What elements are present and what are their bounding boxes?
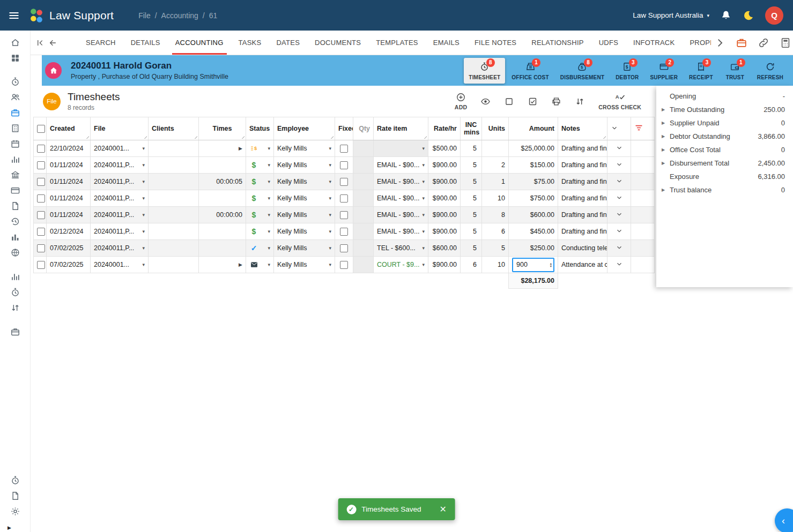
action-supplier[interactable]: 2SUPPLIER [645, 58, 683, 84]
dropdown-icon[interactable]: ▾ [422, 262, 425, 267]
dropdown-icon[interactable]: ▾ [329, 245, 331, 251]
dropdown-icon[interactable]: ▾ [329, 262, 331, 267]
sidebar-item-bar-chart[interactable] [0, 152, 31, 167]
back-arrow-icon[interactable] [48, 37, 58, 49]
dropdown-icon[interactable]: ▾ [329, 179, 331, 184]
dropdown-icon[interactable]: ▾ [422, 229, 425, 234]
row-checkbox[interactable] [37, 228, 45, 236]
tab-udfs[interactable]: UDFS [591, 31, 626, 55]
row-expand-icon[interactable] [616, 244, 623, 251]
dropdown-icon[interactable]: ▾ [268, 245, 270, 251]
play-icon[interactable]: ▶ [239, 262, 242, 267]
dropdown-icon[interactable]: ▾ [142, 196, 145, 201]
row-checkbox[interactable] [37, 161, 45, 169]
dropdown-icon[interactable]: ▾ [329, 212, 331, 218]
fixed-checkbox[interactable] [340, 211, 348, 219]
tabs-scroll-right-icon[interactable] [714, 37, 725, 49]
summary-row-debtor-outstanding[interactable]: ▶Debtor Outstanding3,866.00 [656, 130, 793, 143]
summary-row-trust-balance[interactable]: ▶Trust balance0 [656, 183, 793, 197]
dropdown-icon[interactable]: ▾ [422, 245, 425, 251]
tab-dates[interactable]: DATES [269, 31, 307, 55]
tab-documents[interactable]: DOCUMENTS [307, 31, 368, 55]
fixed-checkbox[interactable] [340, 145, 348, 153]
dropdown-icon[interactable]: ▾ [268, 196, 270, 201]
row-expand-icon[interactable] [616, 260, 623, 268]
col-rate-hr[interactable]: Rate/hr [428, 117, 461, 140]
row-expand-icon[interactable] [616, 211, 623, 218]
toast-close-icon[interactable]: ✕ [439, 504, 446, 514]
sidebar-item-bank[interactable] [0, 167, 31, 183]
action-receipt[interactable]: 3RECEIPT [684, 58, 718, 84]
col-status[interactable]: Status [246, 117, 274, 140]
col-created[interactable]: Created [47, 117, 91, 140]
fixed-checkbox[interactable] [340, 261, 348, 269]
dropdown-icon[interactable]: ▾ [329, 196, 331, 201]
tab-emails[interactable]: EMAILS [426, 31, 467, 55]
sidebar-item-people[interactable] [0, 89, 31, 105]
dropdown-icon[interactable]: ▾ [142, 212, 145, 218]
notifications-bell-icon[interactable] [720, 10, 732, 21]
summary-row-office-cost-total[interactable]: ▶Office Cost Total0 [656, 143, 793, 156]
row-expand-icon[interactable] [616, 194, 623, 201]
select-all-checkbox[interactable] [37, 125, 45, 133]
fixed-checkbox[interactable] [340, 161, 348, 169]
dropdown-icon[interactable]: ▾ [142, 229, 145, 234]
dropdown-icon[interactable]: ▾ [268, 212, 270, 218]
col-employee[interactable]: Employee [274, 117, 335, 140]
dropdown-icon[interactable]: ▾ [329, 162, 331, 168]
action-refresh[interactable]: REFRESH [752, 58, 788, 84]
dropdown-icon[interactable]: ▾ [268, 262, 270, 267]
sidebar-item-stopwatch[interactable] [0, 74, 31, 89]
dropdown-icon[interactable]: ▾ [142, 146, 145, 151]
breadcrumb-item-file[interactable]: File [138, 11, 151, 20]
summary-row-supplier-unpaid[interactable]: ▶Supplier Unpaid0 [656, 116, 793, 130]
dropdown-icon[interactable]: ▾ [268, 146, 270, 151]
tab-templates[interactable]: TEMPLATES [368, 31, 426, 55]
filter-icon[interactable] [634, 123, 643, 132]
fixed-checkbox[interactable] [340, 244, 348, 252]
play-icon[interactable]: ▶ [239, 146, 242, 151]
calculator-icon[interactable] [780, 37, 791, 49]
sidebar-item-matters[interactable] [0, 105, 31, 121]
first-page-icon[interactable] [35, 37, 45, 49]
sort-arrows-icon[interactable] [575, 96, 585, 107]
row-checkbox[interactable] [37, 178, 45, 186]
action-disbursement[interactable]: $8DISBURSEMENT [555, 58, 609, 84]
matter-briefcase-icon[interactable] [736, 37, 747, 49]
row-checkbox[interactable] [37, 244, 45, 252]
sidebar-scroll-arrow-icon[interactable]: ▶ [8, 525, 11, 530]
col-file[interactable]: File [91, 117, 149, 140]
dropdown-icon[interactable]: ▾ [329, 146, 331, 151]
fixed-checkbox[interactable] [340, 178, 348, 186]
row-checkbox[interactable] [37, 261, 45, 269]
fixed-checkbox[interactable] [340, 228, 348, 236]
dropdown-icon[interactable]: ▾ [142, 162, 145, 168]
sidebar-item-home[interactable] [0, 35, 31, 50]
preview-eye-icon[interactable] [480, 96, 491, 107]
tab-details[interactable]: DETAILS [123, 31, 168, 55]
sidebar-item-history[interactable] [0, 214, 31, 229]
expand-arrow-icon[interactable]: ▶ [662, 107, 670, 112]
action-trust[interactable]: 1TRUST [720, 58, 751, 84]
col-times[interactable]: Times [199, 117, 246, 140]
select-mode-icon[interactable] [504, 96, 514, 107]
print-icon[interactable] [551, 96, 561, 107]
sidebar-item-settings[interactable] [0, 504, 31, 519]
row-expand-icon[interactable] [616, 144, 623, 152]
breadcrumb-item-61[interactable]: 61 [209, 11, 218, 20]
expand-arrow-icon[interactable]: ▶ [662, 134, 670, 139]
sidebar-item-work-bag[interactable] [0, 324, 31, 340]
dropdown-icon[interactable]: ▾ [142, 262, 145, 267]
summary-row-time-outstanding[interactable]: ▶Time Outstanding250.00 [656, 103, 793, 116]
dropdown-icon[interactable]: ▾ [268, 229, 270, 234]
dropdown-icon[interactable]: ▾ [142, 245, 145, 251]
fixed-checkbox[interactable] [340, 194, 348, 203]
tab-file-notes[interactable]: FILE NOTES [467, 31, 524, 55]
amount-input[interactable]: 900▴▾ [512, 258, 554, 272]
action-office-cost[interactable]: 1OFFICE COST [507, 58, 553, 84]
user-avatar[interactable]: Q [765, 6, 783, 25]
dark-mode-moon-icon[interactable] [743, 10, 754, 21]
expand-arrow-icon[interactable]: ▶ [662, 188, 670, 192]
panel-collapse-fab[interactable]: ‹ [775, 508, 793, 532]
sidebar-item-analytics[interactable] [0, 269, 31, 284]
